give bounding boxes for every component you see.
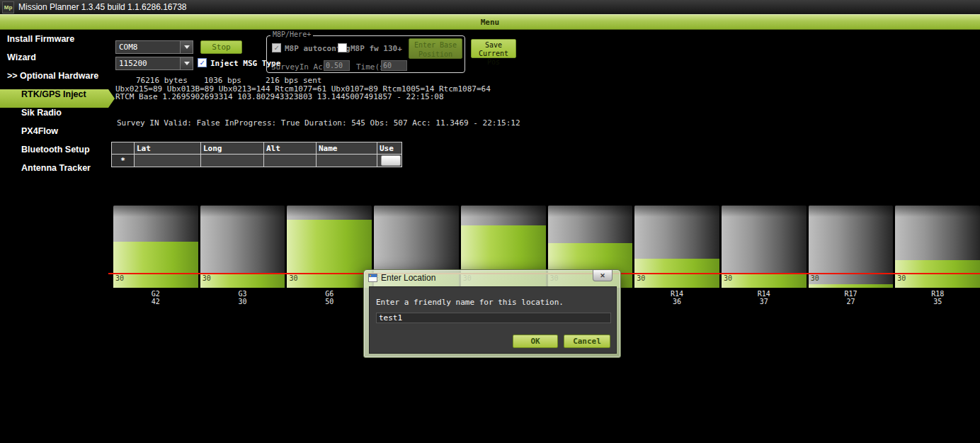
threshold-value-label: 30 bbox=[637, 274, 645, 282]
threshold-value-label: 30 bbox=[897, 274, 906, 282]
snr-bar-background bbox=[809, 206, 894, 288]
satellite-snr: 30 bbox=[200, 298, 285, 305]
window-title: Mission Planner 1.3.45 build 1.1.6286.16… bbox=[18, 2, 187, 12]
sidebar-nav: Install FirmwareWizard>> Optional Hardwa… bbox=[0, 30, 108, 443]
surveyin-acc-input[interactable]: 0.50 bbox=[324, 60, 350, 71]
satellite-id: R14 bbox=[634, 290, 719, 298]
app-icon: Mp bbox=[2, 1, 14, 13]
chevron-down-icon[interactable] bbox=[180, 41, 193, 53]
satellite-label: R1436 bbox=[634, 290, 719, 305]
baud-rate-value: 115200 bbox=[119, 59, 147, 68]
ok-button[interactable]: OK bbox=[513, 335, 558, 348]
m8p-fw130-label: M8P fw 130+ bbox=[351, 44, 402, 53]
table-cell-name[interactable] bbox=[317, 155, 377, 167]
threshold-value-label: 30 bbox=[811, 274, 819, 282]
com-port-value: COM8 bbox=[119, 43, 138, 52]
dialog-prompt: Enter a friendly name for this location. bbox=[376, 298, 564, 307]
satellite-label: R1727 bbox=[809, 290, 894, 305]
satellite-snr: 36 bbox=[634, 298, 719, 305]
satellite-label: R1437 bbox=[722, 290, 807, 305]
snr-bar-pane: 30G242 bbox=[113, 206, 198, 306]
satellite-label: R1835 bbox=[895, 290, 980, 305]
snr-bar-fill bbox=[287, 220, 372, 288]
sidebar-item-bluetooth-setup[interactable]: Bluetooth Setup bbox=[0, 145, 108, 163]
satellite-snr: 50 bbox=[287, 298, 372, 305]
satellite-label: G330 bbox=[200, 290, 285, 305]
rtcm-base-status: RTCM Base 1.2695902693314 103.8029433238… bbox=[115, 92, 444, 101]
window-titlebar[interactable]: Mp Mission Planner 1.3.45 build 1.1.6286… bbox=[0, 0, 980, 14]
table-cell-long[interactable] bbox=[201, 155, 263, 167]
satellite-label: G242 bbox=[113, 290, 198, 305]
satellite-id: R14 bbox=[722, 290, 807, 298]
snr-bar-fill bbox=[200, 273, 285, 288]
satellite-snr: 27 bbox=[809, 298, 894, 305]
menu-button[interactable]: Menu bbox=[481, 18, 500, 27]
survey-in-status: Survey IN Valid: False InProgress: True … bbox=[117, 118, 520, 128]
mission-planner-window: Mp Mission Planner 1.3.45 build 1.1.6286… bbox=[0, 0, 980, 443]
sidebar-item-optional-hardware[interactable]: >> Optional Hardware bbox=[0, 71, 108, 89]
satellite-id: G6 bbox=[287, 290, 372, 298]
snr-bar-background bbox=[287, 206, 372, 288]
use-toggle-button[interactable] bbox=[381, 155, 401, 166]
m8p-here-group-title: M8P/Here+ bbox=[270, 30, 313, 38]
satellite-id: G2 bbox=[113, 290, 198, 298]
snr-bar-background bbox=[634, 206, 719, 288]
chevron-down-icon[interactable] bbox=[180, 57, 193, 69]
table-header-alt: Alt bbox=[264, 142, 316, 154]
snr-bar-pane: 30R1436 bbox=[634, 206, 719, 306]
sidebar-item-sik-radio[interactable]: Sik Radio bbox=[0, 108, 108, 126]
new-row-marker: * bbox=[112, 155, 134, 167]
threshold-value-label: 30 bbox=[724, 274, 732, 282]
sidebar-item-install-firmware[interactable]: Install Firmware bbox=[0, 34, 108, 52]
table-corner-header bbox=[112, 142, 134, 154]
snr-bar-fill bbox=[809, 284, 894, 288]
enter-location-dialog: Enter Location ✕ Enter a friendly name f… bbox=[363, 269, 621, 358]
snr-bar-pane: 30G330 bbox=[200, 206, 285, 306]
snr-bar-pane: 30R1727 bbox=[809, 206, 894, 306]
table-header-name: Name bbox=[317, 142, 377, 154]
baud-rate-select[interactable]: 115200 bbox=[115, 57, 193, 70]
save-pos-line1: Save bbox=[472, 41, 515, 50]
sidebar-item-antenna-tracker[interactable]: Antenna Tracker bbox=[0, 163, 108, 181]
enter-base-line2: Position bbox=[409, 50, 462, 59]
base-position-table: LatLongAltNameUse* bbox=[111, 142, 402, 167]
table-header-use: Use bbox=[377, 142, 401, 154]
close-icon[interactable]: ✕ bbox=[593, 270, 612, 281]
enter-base-position-button[interactable]: Enter Base Position bbox=[409, 38, 462, 59]
sidebar-item-wizard[interactable]: Wizard bbox=[0, 52, 108, 71]
snr-bar-background bbox=[722, 206, 807, 288]
sidebar-item-px4flow[interactable]: PX4Flow bbox=[0, 126, 108, 145]
dialog-titlebar[interactable]: Enter Location ✕ bbox=[364, 270, 620, 286]
save-pos-line2: Current Pos bbox=[472, 50, 515, 67]
satellite-id: R17 bbox=[809, 290, 894, 298]
table-cell-use[interactable] bbox=[377, 155, 401, 167]
snr-bar-background bbox=[113, 206, 198, 288]
sidebar-item-rtk-gps-inject[interactable]: RTK/GPS Inject bbox=[0, 89, 115, 108]
stop-button[interactable]: Stop bbox=[200, 40, 242, 54]
m8p-autoconfig-checkbox[interactable]: ✓ bbox=[272, 43, 281, 52]
time-input[interactable]: 60 bbox=[381, 60, 407, 71]
m8p-here-group: M8P/Here+ ✓ M8P autoconfig M8P fw 130+ S… bbox=[266, 35, 465, 73]
cancel-button[interactable]: Cancel bbox=[564, 335, 610, 348]
save-current-pos-button[interactable]: Save Current Pos bbox=[471, 39, 516, 58]
inject-msg-type-checkbox[interactable]: ✓ bbox=[198, 58, 207, 67]
table-header-lat: Lat bbox=[135, 142, 200, 154]
satellite-id: R18 bbox=[895, 290, 980, 298]
threshold-value-label: 30 bbox=[289, 274, 297, 282]
form-icon bbox=[368, 274, 377, 282]
threshold-value-label: 30 bbox=[115, 274, 124, 282]
location-name-input[interactable] bbox=[376, 313, 611, 323]
snr-bar-pane: 30R1835 bbox=[895, 206, 980, 306]
snr-bar-pane: 30R1437 bbox=[722, 206, 807, 306]
satellite-snr: 35 bbox=[895, 298, 980, 305]
satellite-label: G650 bbox=[287, 290, 372, 305]
satellite-id: G3 bbox=[200, 290, 285, 298]
snr-bar-pane: 30G650 bbox=[287, 206, 372, 306]
dialog-body: Enter a friendly name for this location.… bbox=[369, 286, 617, 354]
menu-bar[interactable]: Menu bbox=[0, 14, 980, 30]
satellite-snr: 37 bbox=[722, 298, 807, 305]
table-cell-alt[interactable] bbox=[264, 155, 316, 167]
table-cell-lat[interactable] bbox=[135, 155, 200, 167]
m8p-fw130-checkbox[interactable] bbox=[338, 43, 347, 52]
com-port-select[interactable]: COM8 bbox=[115, 40, 193, 54]
